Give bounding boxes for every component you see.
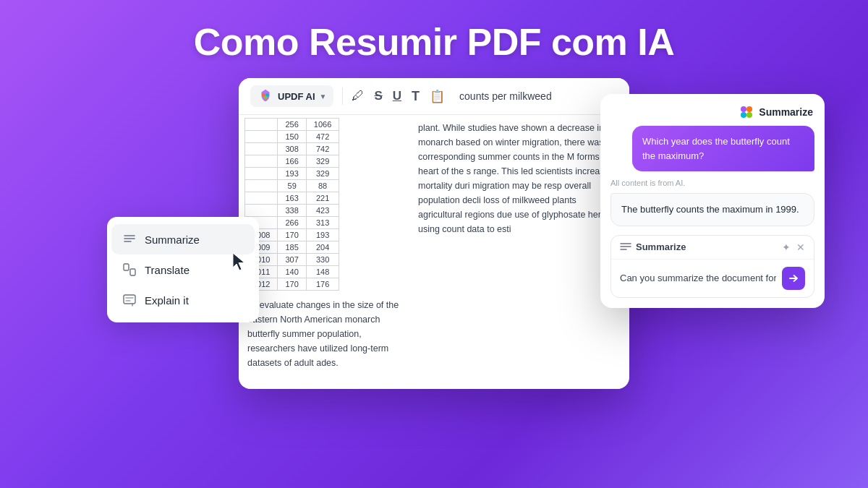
- table-row: 266313: [245, 217, 339, 229]
- svg-rect-6: [124, 264, 129, 270]
- pdf-main-text: plant. While studies have shown a decrea…: [409, 115, 629, 380]
- pin-icon[interactable]: ✦: [782, 241, 791, 253]
- user-question-text: Which year does the butterfly count the …: [642, 136, 790, 161]
- toolbar-separator: [342, 87, 343, 105]
- toolbar-icons-group: 🖊 S U T 📋: [352, 89, 445, 104]
- menu-item-translate[interactable]: Translate: [111, 254, 255, 285]
- context-menu: Summarize Translate Explain it: [107, 217, 259, 322]
- summarize-text-input[interactable]: [620, 273, 776, 283]
- svg-point-14: [746, 112, 752, 118]
- chat-header: Summarize: [600, 94, 825, 126]
- table-row: 2010307330: [245, 254, 339, 266]
- text-icon[interactable]: T: [412, 89, 420, 104]
- strikethrough-icon[interactable]: S: [374, 89, 382, 103]
- svg-point-12: [746, 106, 752, 112]
- table-row: 2009185204: [245, 241, 339, 254]
- summarize-bar-label: Summarize: [636, 241, 686, 252]
- updf-logo-text: UPDF AI: [278, 91, 315, 102]
- updf-dropdown-arrow: ▼: [320, 93, 327, 100]
- svg-point-1: [265, 93, 269, 97]
- summarize-input-row: [611, 260, 814, 297]
- explain-menu-label: Explain it: [145, 294, 189, 307]
- pdf-content-area: 2561066 150472 308742 166329 193329 5988…: [239, 115, 629, 380]
- svg-point-11: [741, 106, 746, 112]
- table-row: 193329: [245, 168, 339, 180]
- summarize-menu-icon: [122, 231, 137, 247]
- send-button[interactable]: [782, 267, 805, 290]
- chat-body: Which year does the butterfly count the …: [600, 126, 825, 308]
- pdf-toolbar: UPDF AI ▼ 🖊 S U T 📋 counts per milkweed: [239, 78, 629, 115]
- table-row: 163221: [245, 192, 339, 205]
- underline-icon[interactable]: U: [393, 89, 401, 103]
- table-row: 2561066: [245, 119, 339, 131]
- ai-disclaimer-text: All content is from AI.: [610, 179, 814, 187]
- summarize-bar-header: Summarize ✦ ✕: [611, 236, 814, 260]
- summarize-menu-label: Summarize: [145, 234, 200, 246]
- menu-item-summarize[interactable]: Summarize: [111, 224, 255, 254]
- table-row: 5988: [245, 180, 339, 192]
- svg-point-13: [741, 112, 746, 118]
- svg-point-2: [264, 96, 268, 100]
- chat-header-label: Summarize: [759, 106, 813, 118]
- pdf-viewer-card: UPDF AI ▼ 🖊 S U T 📋 counts per milkweed …: [239, 78, 629, 389]
- menu-item-explain[interactable]: Explain it: [111, 285, 255, 315]
- summarize-bar-title: Summarize: [620, 241, 686, 253]
- explain-menu-icon: [122, 292, 137, 308]
- hero-section: Como Resumir PDF com IA: [0, 0, 868, 78]
- svg-rect-8: [124, 295, 135, 304]
- summarize-input-bar: Summarize ✦ ✕: [610, 235, 814, 298]
- translate-menu-icon: [122, 262, 137, 278]
- ai-response-text: The butterfly counts the maximum in 1999…: [621, 204, 799, 215]
- ai-response-bubble: The butterfly counts the maximum in 1999…: [610, 193, 814, 226]
- table-row: 308742: [245, 143, 339, 155]
- chat-brand-icon: [739, 104, 754, 120]
- table-row: 2011140148: [245, 266, 339, 278]
- translate-menu-label: Translate: [145, 264, 190, 276]
- pdf-bottom-text: To evaluate changes in the size of the e…: [244, 291, 404, 377]
- summarize-bar-icon: [620, 241, 631, 253]
- table-row: 2012170176: [245, 278, 339, 291]
- highlight-icon[interactable]: 🖊: [352, 89, 364, 103]
- svg-point-0: [262, 93, 265, 97]
- user-message-bubble: Which year does the butterfly count the …: [632, 126, 814, 171]
- updf-logo-button[interactable]: UPDF AI ▼: [250, 85, 333, 107]
- counts-per-milkweed-text: counts per milkweed: [459, 90, 552, 102]
- data-table-area: 2561066 150472 308742 166329 193329 5988…: [239, 115, 409, 380]
- table-row: 166329: [245, 155, 339, 168]
- summarize-bar-actions: ✦ ✕: [782, 241, 805, 253]
- send-icon: [788, 273, 799, 283]
- table-row: 2008170193: [245, 229, 339, 241]
- updf-icon: [258, 88, 273, 104]
- chat-brand: Summarize: [739, 104, 813, 120]
- page-title: Como Resumir PDF com IA: [0, 20, 868, 64]
- table-row: 338423: [245, 205, 339, 217]
- note-icon[interactable]: 📋: [430, 89, 445, 104]
- svg-rect-7: [130, 269, 135, 275]
- table-row: 150472: [245, 131, 339, 143]
- close-icon[interactable]: ✕: [796, 241, 805, 253]
- ai-chat-panel: Summarize Which year does the butterfly …: [600, 94, 825, 308]
